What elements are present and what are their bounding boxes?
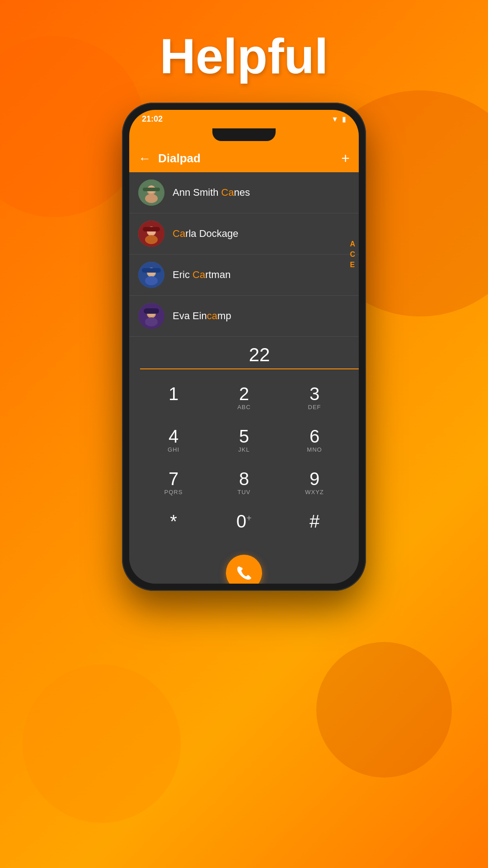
phone-inner: 21:02 ▼ ▮ ← Dialpad + — [129, 110, 359, 584]
svg-rect-14 — [142, 268, 161, 273]
svg-rect-19 — [144, 308, 159, 314]
header-title: Dialpad — [158, 151, 334, 165]
svg-point-12 — [145, 276, 158, 285]
dial-key-8[interactable]: 8 TUV — [209, 462, 279, 504]
avatar-image — [138, 303, 164, 329]
svg-rect-4 — [143, 188, 160, 191]
avatar-image — [138, 221, 164, 247]
alpha-e[interactable]: E — [350, 261, 355, 269]
status-icons: ▼ ▮ — [331, 115, 346, 123]
bg-blob-3 — [23, 665, 181, 823]
contact-item[interactable]: Eric Cartman — [129, 255, 359, 296]
dial-key-hash[interactable]: # — [279, 504, 350, 547]
dial-key-0[interactable]: 0+ — [209, 504, 279, 547]
contact-item[interactable]: Carla Dockage — [129, 213, 359, 255]
avatar — [138, 221, 164, 247]
dialpad-section: 1 2 ABC 3 DEF 4 GHI — [129, 337, 359, 584]
battery-icon: ▮ — [342, 115, 346, 123]
page-title: Helpful — [160, 27, 328, 85]
avatar — [138, 303, 164, 329]
contact-name: Eva Eincamp — [173, 310, 231, 322]
contact-name: Carla Dockage — [173, 228, 239, 240]
phone-outer: 21:02 ▼ ▮ ← Dialpad + — [122, 103, 366, 591]
alpha-c[interactable]: C — [350, 250, 355, 259]
call-button[interactable] — [226, 555, 262, 584]
dial-key-2[interactable]: 2 ABC — [209, 377, 279, 419]
status-bar: 21:02 ▼ ▮ — [129, 110, 359, 128]
dial-key-star[interactable]: * — [138, 504, 209, 547]
avatar — [138, 179, 164, 206]
contact-item[interactable]: Ann Smith Canes — [129, 172, 359, 213]
dial-key-4[interactable]: 4 GHI — [138, 419, 209, 462]
dial-key-9[interactable]: 9 WXYZ — [279, 462, 350, 504]
call-button-row — [129, 550, 359, 584]
dial-key-7[interactable]: 7 PQRS — [138, 462, 209, 504]
notch-area — [129, 128, 359, 145]
avatar — [138, 262, 164, 288]
status-time: 21:02 — [142, 114, 163, 124]
dial-input[interactable] — [140, 344, 359, 369]
dial-key-3[interactable]: 3 DEF — [279, 377, 350, 419]
dial-key-5[interactable]: 5 JKL — [209, 419, 279, 462]
contact-item[interactable]: Eva Eincamp — [129, 296, 359, 337]
avatar-image — [138, 179, 164, 206]
avatar-image — [138, 262, 164, 288]
dial-key-1[interactable]: 1 — [138, 377, 209, 419]
dial-input-row — [129, 337, 359, 373]
svg-rect-9 — [143, 227, 160, 231]
contact-name: Ann Smith Canes — [173, 187, 250, 198]
back-button[interactable]: ← — [138, 151, 151, 166]
svg-point-2 — [145, 194, 158, 203]
app-header: ← Dialpad + — [129, 145, 359, 172]
wifi-icon: ▼ — [331, 115, 338, 123]
svg-point-17 — [145, 317, 158, 326]
dial-key-6[interactable]: 6 MNO — [279, 419, 350, 462]
contacts-list: Ann Smith Canes — [129, 172, 359, 337]
notch — [212, 128, 276, 141]
alphabetical-index: A C E — [350, 240, 355, 269]
phone-mockup: 21:02 ▼ ▮ ← Dialpad + — [122, 103, 366, 591]
contact-name: Eric Cartman — [173, 269, 230, 281]
add-button[interactable]: + — [341, 150, 350, 167]
dialpad-grid: 1 2 ABC 3 DEF 4 GHI — [129, 373, 359, 550]
svg-point-7 — [145, 235, 158, 244]
bg-blob-4 — [316, 642, 452, 778]
alpha-a[interactable]: A — [350, 240, 355, 248]
